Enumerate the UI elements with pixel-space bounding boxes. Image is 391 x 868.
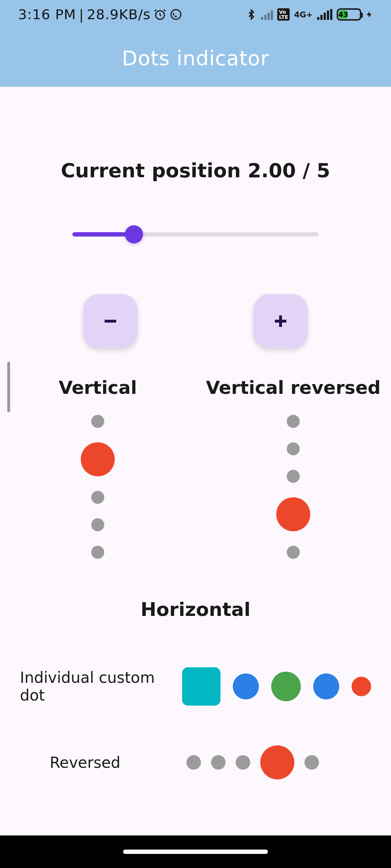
scroll-indicator[interactable]	[7, 362, 10, 412]
charging-icon	[366, 8, 373, 21]
increment-button[interactable]	[253, 294, 308, 348]
slider-track	[72, 232, 319, 237]
alarm-icon	[154, 8, 167, 21]
status-bar: 3:16 PM | 28.9KB/s VoLTE 4G+ 43	[0, 0, 391, 29]
position-value: 2.00	[248, 159, 296, 182]
home-indicator[interactable]	[123, 850, 268, 854]
dots-vertical[interactable]	[81, 415, 115, 559]
whatsapp-icon	[169, 8, 182, 21]
dot	[211, 755, 226, 770]
dot	[304, 755, 319, 770]
status-left: 3:16 PM | 28.9KB/s	[18, 7, 182, 22]
vertical-columns: Vertical Vertical reversed	[0, 377, 391, 559]
battery-icon: 43	[337, 8, 361, 21]
dot	[287, 415, 300, 428]
content-area: Current position 2.00 / 5 Vertical Ve	[0, 87, 391, 835]
dots-vertical-reversed[interactable]	[276, 415, 310, 559]
individual-label: Individual custom dot	[20, 669, 168, 704]
position-sep: /	[296, 159, 316, 182]
position-slider[interactable]	[72, 225, 319, 243]
svg-point-1	[171, 10, 181, 20]
app-bar: Dots indicator	[0, 29, 391, 87]
vertical-reversed-column: Vertical reversed	[196, 377, 391, 559]
dot-active	[276, 497, 310, 531]
individual-row: Individual custom dot	[0, 667, 391, 706]
dot-active	[81, 442, 115, 476]
dot	[91, 546, 104, 559]
vertical-column: Vertical	[0, 377, 196, 559]
dot-custom	[233, 673, 259, 699]
dot	[91, 491, 104, 504]
horizontal-heading: Horizontal	[0, 599, 391, 620]
network-type: 4G+	[294, 10, 313, 19]
dots-individual[interactable]	[182, 667, 371, 706]
slider-thumb[interactable]	[125, 225, 143, 243]
page-title: Dots indicator	[122, 46, 269, 70]
status-netspeed: 28.9KB/s	[87, 7, 151, 22]
dot-custom	[313, 673, 339, 699]
volte-icon: VoLTE	[277, 8, 290, 21]
dot-custom	[271, 672, 301, 701]
signal-1-icon	[261, 9, 273, 20]
dot	[287, 546, 300, 559]
vertical-reversed-title: Vertical reversed	[206, 377, 381, 398]
dot	[287, 470, 300, 483]
minus-icon	[102, 312, 119, 330]
signal-2-icon	[317, 9, 332, 20]
dot-custom	[352, 677, 371, 696]
dot	[91, 518, 104, 531]
decrement-button[interactable]	[83, 294, 138, 348]
reversed-row: Reversed	[0, 745, 391, 779]
dots-reversed[interactable]	[186, 745, 319, 779]
vertical-title: Vertical	[59, 377, 137, 398]
dot-custom-active	[182, 667, 220, 706]
reversed-label: Reversed	[20, 754, 150, 771]
position-heading: Current position 2.00 / 5	[0, 159, 391, 182]
position-prefix: Current position	[61, 159, 248, 182]
dot-active	[260, 745, 294, 779]
position-total: 5	[317, 159, 331, 182]
stepper-row	[0, 294, 391, 348]
dot	[186, 755, 201, 770]
dot	[287, 442, 300, 455]
battery-level: 43	[339, 10, 348, 18]
status-time: 3:16 PM	[18, 7, 76, 22]
bluetooth-icon	[246, 8, 257, 21]
dot	[236, 755, 250, 770]
plus-icon	[272, 312, 289, 330]
status-separator: |	[79, 7, 84, 22]
status-right: VoLTE 4G+ 43	[246, 8, 373, 21]
system-nav-bar[interactable]	[0, 835, 391, 868]
dot	[91, 415, 104, 428]
